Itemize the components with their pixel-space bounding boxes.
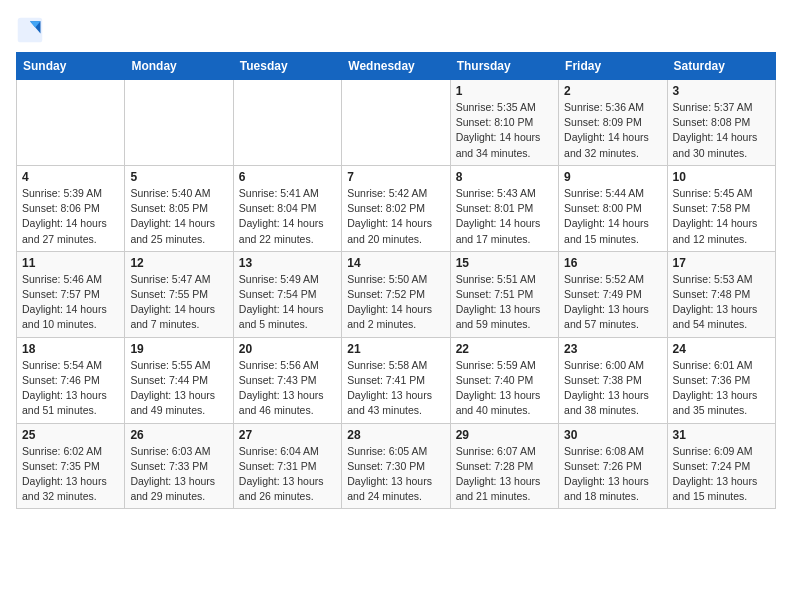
calendar-cell: 4Sunrise: 5:39 AM Sunset: 8:06 PM Daylig…: [17, 165, 125, 251]
day-info: Sunrise: 6:04 AM Sunset: 7:31 PM Dayligh…: [239, 444, 336, 505]
day-info: Sunrise: 6:05 AM Sunset: 7:30 PM Dayligh…: [347, 444, 444, 505]
day-info: Sunrise: 5:35 AM Sunset: 8:10 PM Dayligh…: [456, 100, 553, 161]
day-info: Sunrise: 6:00 AM Sunset: 7:38 PM Dayligh…: [564, 358, 661, 419]
day-number: 21: [347, 342, 444, 356]
calendar-cell: 19Sunrise: 5:55 AM Sunset: 7:44 PM Dayli…: [125, 337, 233, 423]
calendar-cell: 11Sunrise: 5:46 AM Sunset: 7:57 PM Dayli…: [17, 251, 125, 337]
calendar-cell: 27Sunrise: 6:04 AM Sunset: 7:31 PM Dayli…: [233, 423, 341, 509]
day-info: Sunrise: 5:40 AM Sunset: 8:05 PM Dayligh…: [130, 186, 227, 247]
calendar-cell: 23Sunrise: 6:00 AM Sunset: 7:38 PM Dayli…: [559, 337, 667, 423]
day-number: 20: [239, 342, 336, 356]
day-info: Sunrise: 6:02 AM Sunset: 7:35 PM Dayligh…: [22, 444, 119, 505]
day-number: 30: [564, 428, 661, 442]
calendar-week-1: 1Sunrise: 5:35 AM Sunset: 8:10 PM Daylig…: [17, 80, 776, 166]
calendar-cell: 22Sunrise: 5:59 AM Sunset: 7:40 PM Dayli…: [450, 337, 558, 423]
day-info: Sunrise: 5:44 AM Sunset: 8:00 PM Dayligh…: [564, 186, 661, 247]
day-info: Sunrise: 6:07 AM Sunset: 7:28 PM Dayligh…: [456, 444, 553, 505]
day-number: 19: [130, 342, 227, 356]
calendar-cell: 28Sunrise: 6:05 AM Sunset: 7:30 PM Dayli…: [342, 423, 450, 509]
weekday-header-thursday: Thursday: [450, 53, 558, 80]
day-info: Sunrise: 5:52 AM Sunset: 7:49 PM Dayligh…: [564, 272, 661, 333]
weekday-header-tuesday: Tuesday: [233, 53, 341, 80]
day-info: Sunrise: 5:55 AM Sunset: 7:44 PM Dayligh…: [130, 358, 227, 419]
day-info: Sunrise: 5:41 AM Sunset: 8:04 PM Dayligh…: [239, 186, 336, 247]
weekday-header-friday: Friday: [559, 53, 667, 80]
day-info: Sunrise: 6:08 AM Sunset: 7:26 PM Dayligh…: [564, 444, 661, 505]
calendar-cell: 31Sunrise: 6:09 AM Sunset: 7:24 PM Dayli…: [667, 423, 775, 509]
calendar-cell: 10Sunrise: 5:45 AM Sunset: 7:58 PM Dayli…: [667, 165, 775, 251]
day-number: 23: [564, 342, 661, 356]
calendar-header-row: SundayMondayTuesdayWednesdayThursdayFrid…: [17, 53, 776, 80]
day-number: 11: [22, 256, 119, 270]
calendar-cell: 3Sunrise: 5:37 AM Sunset: 8:08 PM Daylig…: [667, 80, 775, 166]
day-info: Sunrise: 5:54 AM Sunset: 7:46 PM Dayligh…: [22, 358, 119, 419]
calendar-cell: 1Sunrise: 5:35 AM Sunset: 8:10 PM Daylig…: [450, 80, 558, 166]
day-number: 22: [456, 342, 553, 356]
day-info: Sunrise: 5:39 AM Sunset: 8:06 PM Dayligh…: [22, 186, 119, 247]
day-info: Sunrise: 5:45 AM Sunset: 7:58 PM Dayligh…: [673, 186, 770, 247]
day-number: 7: [347, 170, 444, 184]
day-info: Sunrise: 5:56 AM Sunset: 7:43 PM Dayligh…: [239, 358, 336, 419]
page-header: [16, 16, 776, 44]
calendar-cell: 14Sunrise: 5:50 AM Sunset: 7:52 PM Dayli…: [342, 251, 450, 337]
calendar-cell: 13Sunrise: 5:49 AM Sunset: 7:54 PM Dayli…: [233, 251, 341, 337]
calendar-cell: 18Sunrise: 5:54 AM Sunset: 7:46 PM Dayli…: [17, 337, 125, 423]
day-number: 17: [673, 256, 770, 270]
calendar-cell: 25Sunrise: 6:02 AM Sunset: 7:35 PM Dayli…: [17, 423, 125, 509]
day-info: Sunrise: 5:47 AM Sunset: 7:55 PM Dayligh…: [130, 272, 227, 333]
calendar-cell: 15Sunrise: 5:51 AM Sunset: 7:51 PM Dayli…: [450, 251, 558, 337]
day-info: Sunrise: 5:53 AM Sunset: 7:48 PM Dayligh…: [673, 272, 770, 333]
day-number: 2: [564, 84, 661, 98]
calendar-cell: 30Sunrise: 6:08 AM Sunset: 7:26 PM Dayli…: [559, 423, 667, 509]
day-number: 28: [347, 428, 444, 442]
calendar-week-5: 25Sunrise: 6:02 AM Sunset: 7:35 PM Dayli…: [17, 423, 776, 509]
day-number: 4: [22, 170, 119, 184]
day-number: 15: [456, 256, 553, 270]
day-info: Sunrise: 5:46 AM Sunset: 7:57 PM Dayligh…: [22, 272, 119, 333]
day-number: 6: [239, 170, 336, 184]
day-info: Sunrise: 5:37 AM Sunset: 8:08 PM Dayligh…: [673, 100, 770, 161]
logo-icon: [16, 16, 44, 44]
calendar-cell: 12Sunrise: 5:47 AM Sunset: 7:55 PM Dayli…: [125, 251, 233, 337]
calendar-cell: [342, 80, 450, 166]
weekday-header-saturday: Saturday: [667, 53, 775, 80]
day-number: 1: [456, 84, 553, 98]
day-number: 29: [456, 428, 553, 442]
day-number: 9: [564, 170, 661, 184]
day-number: 14: [347, 256, 444, 270]
calendar-cell: 5Sunrise: 5:40 AM Sunset: 8:05 PM Daylig…: [125, 165, 233, 251]
calendar-week-4: 18Sunrise: 5:54 AM Sunset: 7:46 PM Dayli…: [17, 337, 776, 423]
weekday-header-wednesday: Wednesday: [342, 53, 450, 80]
weekday-header-monday: Monday: [125, 53, 233, 80]
calendar-table: SundayMondayTuesdayWednesdayThursdayFrid…: [16, 52, 776, 509]
logo: [16, 16, 48, 44]
day-info: Sunrise: 5:50 AM Sunset: 7:52 PM Dayligh…: [347, 272, 444, 333]
calendar-cell: 24Sunrise: 6:01 AM Sunset: 7:36 PM Dayli…: [667, 337, 775, 423]
calendar-cell: 9Sunrise: 5:44 AM Sunset: 8:00 PM Daylig…: [559, 165, 667, 251]
day-info: Sunrise: 6:03 AM Sunset: 7:33 PM Dayligh…: [130, 444, 227, 505]
day-number: 16: [564, 256, 661, 270]
calendar-cell: 20Sunrise: 5:56 AM Sunset: 7:43 PM Dayli…: [233, 337, 341, 423]
calendar-cell: 21Sunrise: 5:58 AM Sunset: 7:41 PM Dayli…: [342, 337, 450, 423]
day-info: Sunrise: 5:43 AM Sunset: 8:01 PM Dayligh…: [456, 186, 553, 247]
day-info: Sunrise: 5:42 AM Sunset: 8:02 PM Dayligh…: [347, 186, 444, 247]
calendar-week-2: 4Sunrise: 5:39 AM Sunset: 8:06 PM Daylig…: [17, 165, 776, 251]
calendar-cell: 2Sunrise: 5:36 AM Sunset: 8:09 PM Daylig…: [559, 80, 667, 166]
day-number: 10: [673, 170, 770, 184]
day-info: Sunrise: 5:58 AM Sunset: 7:41 PM Dayligh…: [347, 358, 444, 419]
calendar-week-3: 11Sunrise: 5:46 AM Sunset: 7:57 PM Dayli…: [17, 251, 776, 337]
day-number: 13: [239, 256, 336, 270]
calendar-cell: 16Sunrise: 5:52 AM Sunset: 7:49 PM Dayli…: [559, 251, 667, 337]
calendar-cell: 29Sunrise: 6:07 AM Sunset: 7:28 PM Dayli…: [450, 423, 558, 509]
calendar-cell: 8Sunrise: 5:43 AM Sunset: 8:01 PM Daylig…: [450, 165, 558, 251]
day-number: 27: [239, 428, 336, 442]
day-number: 26: [130, 428, 227, 442]
day-number: 12: [130, 256, 227, 270]
calendar-cell: 7Sunrise: 5:42 AM Sunset: 8:02 PM Daylig…: [342, 165, 450, 251]
calendar-cell: [17, 80, 125, 166]
calendar-cell: [233, 80, 341, 166]
day-number: 5: [130, 170, 227, 184]
day-number: 24: [673, 342, 770, 356]
day-number: 18: [22, 342, 119, 356]
day-number: 3: [673, 84, 770, 98]
